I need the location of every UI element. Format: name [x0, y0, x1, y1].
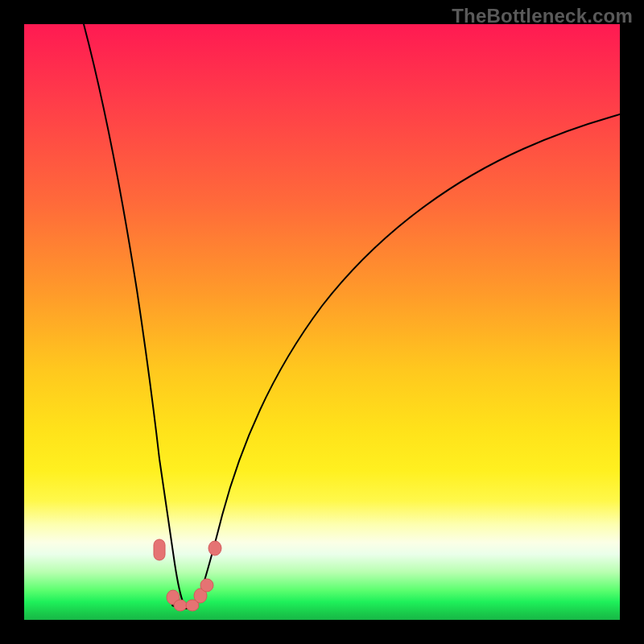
plot-area — [24, 24, 620, 620]
marker-dot — [200, 579, 213, 592]
chart-frame: TheBottleneck.com — [0, 0, 644, 644]
right-branch-line — [196, 114, 620, 605]
marker-oblong — [154, 539, 165, 560]
watermark-label: TheBottleneck.com — [452, 5, 633, 27]
curve-layer — [24, 24, 620, 620]
marker-dot — [208, 541, 221, 555]
left-branch-line — [84, 24, 184, 604]
marker-dot — [174, 600, 187, 611]
